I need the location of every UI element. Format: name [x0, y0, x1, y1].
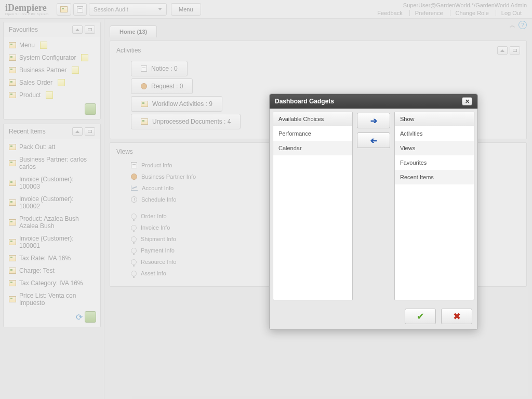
list-item[interactable]: Performance: [273, 126, 352, 141]
dialog-title: Dashboard Gadgets: [275, 98, 334, 105]
dialog-close-button[interactable]: ✕: [462, 97, 472, 105]
list-item[interactable]: Activities: [395, 126, 474, 141]
list-item[interactable]: Views: [395, 141, 474, 155]
dialog-cancel-button[interactable]: ✖: [441, 309, 472, 324]
show-listbox[interactable]: Show Activities Views Favourites Recent …: [394, 112, 474, 300]
list-item[interactable]: Recent Items: [395, 170, 474, 184]
show-header: Show: [395, 112, 474, 126]
move-left-button[interactable]: [357, 132, 390, 148]
list-item[interactable]: Calendar: [273, 141, 352, 155]
dashboard-gadgets-dialog: Dashboard Gadgets ✕ Available Choices Pe…: [269, 94, 478, 330]
available-listbox[interactable]: Available Choices Performance Calendar: [273, 112, 353, 300]
move-right-button[interactable]: [357, 113, 390, 128]
dialog-ok-button[interactable]: ✔: [405, 309, 436, 324]
list-item[interactable]: Favourites: [395, 155, 474, 170]
available-header: Available Choices: [273, 112, 352, 126]
